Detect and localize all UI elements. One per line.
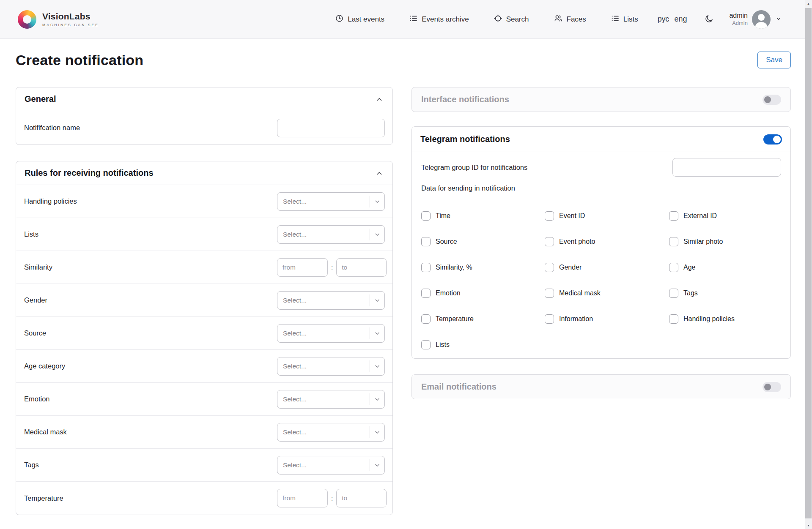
telegram-group-id-input[interactable] (672, 158, 781, 177)
telegram-notifications-toggle[interactable] (763, 134, 782, 145)
checkbox-icon (421, 314, 431, 324)
avatar (752, 10, 771, 29)
temperature-to-input[interactable] (336, 489, 387, 507)
similarity-from-input[interactable] (277, 258, 328, 277)
general-card-title: General (25, 94, 56, 104)
checkbox-icon (421, 263, 431, 272)
handling-policies-select[interactable]: Select... (277, 192, 385, 211)
checkbox-similar-photo[interactable]: Similar photo (669, 237, 781, 247)
rule-row-lists: Lists Select... (16, 218, 392, 251)
medical-mask-select[interactable]: Select... (277, 423, 385, 442)
similarity-to-input[interactable] (336, 258, 387, 277)
top-nav-bar: VisionLabs MACHINES CAN SEE Last events … (0, 0, 812, 39)
interface-notifications-title: Interface notifications (421, 95, 509, 104)
visionlabs-logo-icon (18, 10, 36, 29)
email-notifications-toggle[interactable] (763, 382, 781, 392)
checkbox-icon (545, 289, 554, 298)
scroll-up-icon[interactable]: ▲ (805, 0, 812, 7)
checkbox-icon (545, 263, 554, 272)
checkbox-icon (421, 340, 431, 349)
rule-row-handling-policies: Handling policies Select... (16, 185, 392, 218)
clock-icon (335, 14, 344, 25)
checkbox-tags[interactable]: Tags (669, 288, 781, 298)
lists-select[interactable]: Select... (277, 225, 385, 244)
chevron-down-icon (370, 429, 384, 436)
nav-last-events[interactable]: Last events (335, 14, 384, 25)
age-category-select[interactable]: Select... (277, 357, 385, 376)
checkbox-icon (669, 237, 678, 246)
notification-name-input[interactable] (277, 119, 385, 137)
checkbox-icon (545, 237, 554, 246)
user-role: Admin (729, 20, 748, 27)
source-select[interactable]: Select... (277, 324, 385, 343)
checkbox-emotion[interactable]: Emotion (421, 288, 545, 298)
user-menu[interactable]: admin Admin (729, 10, 782, 29)
focus-icon (494, 14, 502, 25)
general-card: General Notififcation name (16, 87, 393, 145)
rule-row-similarity: Similarity : (16, 251, 392, 284)
nav-label: Faces (567, 15, 586, 24)
chevron-up-icon (375, 95, 384, 104)
email-notifications-title: Email notifications (421, 382, 497, 392)
telegram-notifications-card: Telegram notifications Telegram group ID… (411, 126, 791, 359)
chevron-down-icon (370, 363, 384, 370)
list-icon (409, 14, 418, 25)
dark-mode-toggle[interactable] (705, 14, 714, 25)
rule-row-source: Source Select... (16, 317, 392, 350)
nav-faces[interactable]: Faces (554, 14, 586, 25)
chevron-down-icon (370, 198, 384, 205)
chevron-down-icon (370, 462, 384, 469)
checkbox-age[interactable]: Age (669, 262, 781, 273)
nav-events-archive[interactable]: Events archive (409, 14, 469, 25)
chevron-down-icon (370, 396, 384, 403)
emotion-select[interactable]: Select... (277, 390, 385, 409)
chevron-down-icon (370, 297, 384, 304)
checkbox-icon (669, 289, 678, 298)
checkbox-similarity[interactable]: Similarity, % (421, 262, 545, 273)
rule-row-medical-mask: Medical mask Select... (16, 416, 392, 449)
rule-row-emotion: Emotion Select... (16, 383, 392, 416)
gender-select[interactable]: Select... (277, 291, 385, 310)
nav-label: Lists (623, 15, 638, 24)
checkbox-event-photo[interactable]: Event photo (545, 237, 669, 247)
rule-row-age-category: Age category Select... (16, 350, 392, 383)
main-nav: Last events Events archive Search (335, 14, 638, 25)
scrollbar[interactable]: ▲ ▼ (805, 0, 812, 529)
save-button[interactable]: Save (757, 52, 791, 68)
collapse-button[interactable] (375, 95, 384, 104)
checkbox-time[interactable]: Time (421, 211, 545, 221)
tags-select[interactable]: Select... (277, 456, 385, 474)
nav-search[interactable]: Search (494, 14, 529, 25)
checkbox-medical-mask[interactable]: Medical mask (545, 288, 669, 298)
interface-notifications-toggle[interactable] (763, 95, 781, 105)
moon-icon (705, 14, 714, 25)
lang-rus[interactable]: рус (658, 15, 669, 24)
checkbox-handling-policies[interactable]: Handling policies (669, 314, 781, 324)
checkbox-event-id[interactable]: Event ID (545, 211, 669, 221)
temperature-from-input[interactable] (277, 489, 328, 507)
checkbox-information[interactable]: Information (545, 314, 669, 324)
checkbox-gender[interactable]: Gender (545, 262, 669, 273)
lang-eng[interactable]: eng (674, 15, 687, 24)
collapse-button[interactable] (375, 169, 384, 178)
rule-row-gender: Gender Select... (16, 284, 392, 317)
nav-lists[interactable]: Lists (611, 14, 638, 25)
checkbox-source[interactable]: Source (421, 237, 545, 247)
checkbox-icon (669, 211, 678, 221)
telegram-notifications-title: Telegram notifications (420, 134, 510, 144)
checkbox-icon (669, 314, 678, 324)
scrollbar-thumb[interactable] (805, 8, 812, 518)
chevron-down-icon (370, 231, 384, 238)
brand-tagline: MACHINES CAN SEE (42, 23, 99, 27)
chevron-down-icon (775, 15, 782, 24)
brand[interactable]: VisionLabs MACHINES CAN SEE (18, 10, 99, 29)
checkbox-icon (545, 211, 554, 221)
checkbox-external-id[interactable]: External ID (669, 211, 781, 221)
checkbox-icon (421, 211, 431, 221)
email-notifications-card: Email notifications (411, 374, 791, 399)
scroll-down-icon[interactable]: ▼ (805, 522, 812, 529)
checkbox-lists[interactable]: Lists (421, 340, 545, 350)
checkbox-temperature[interactable]: Temperature (421, 314, 545, 324)
rule-row-temperature: Temperature : (16, 482, 392, 515)
content: Create notification Save General Notifif… (0, 52, 812, 529)
